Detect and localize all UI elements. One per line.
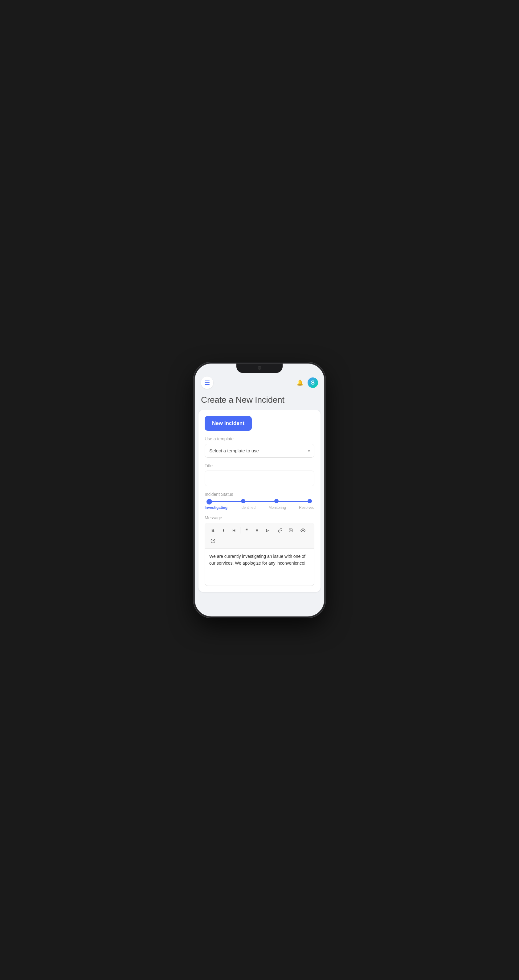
slider-dots	[207, 499, 312, 504]
status-labels: Investigating Identified Monitoring Reso…	[205, 506, 314, 510]
notch	[236, 364, 283, 373]
template-label: Use a template	[205, 436, 314, 441]
slider-dot-monitoring	[274, 499, 279, 503]
status-resolved: Resolved	[299, 506, 314, 510]
camera	[258, 366, 261, 370]
status-investigating: Investigating	[205, 506, 227, 510]
svg-point-2	[302, 530, 303, 531]
create-incident-card: New Incident Use a template Select a tem…	[198, 410, 321, 592]
menu-button[interactable]	[201, 377, 213, 389]
link-button[interactable]	[276, 526, 284, 535]
avatar[interactable]: S	[308, 377, 318, 388]
phone-frame: 🔔 S Create a New Incident New Incident U…	[195, 364, 324, 616]
incident-status-label: Incident Status	[205, 492, 314, 497]
page-title-area: Create a New Incident	[195, 393, 324, 410]
template-select-wrapper: Select a template to use ▾	[205, 444, 314, 458]
status-monitoring: Monitoring	[269, 506, 286, 510]
quote-button[interactable]: ❝	[242, 526, 251, 535]
image-button[interactable]	[286, 526, 295, 535]
message-editor: B I H ❝ ≡ 1≡	[205, 523, 314, 586]
help-button[interactable]	[209, 536, 217, 545]
svg-point-1	[290, 530, 290, 530]
status-identified: Identified	[240, 506, 256, 510]
status-slider[interactable]	[205, 501, 314, 502]
unordered-list-button[interactable]: ≡	[253, 526, 261, 535]
template-select[interactable]: Select a template to use	[205, 444, 314, 458]
title-input[interactable]	[205, 471, 314, 486]
content-area[interactable]: New Incident Use a template Select a tem…	[195, 410, 324, 616]
slider-track	[207, 501, 312, 502]
slider-dot-resolved	[308, 499, 312, 503]
bold-button[interactable]: B	[209, 526, 217, 535]
slider-dot-identified	[241, 499, 245, 503]
slider-dot-investigating	[206, 499, 212, 504]
toolbar-separator-2	[274, 527, 274, 533]
screen: 🔔 S Create a New Incident New Incident U…	[195, 364, 324, 616]
ordered-list-button[interactable]: 1≡	[263, 526, 272, 535]
italic-button[interactable]: I	[219, 526, 228, 535]
header-right: 🔔 S	[297, 377, 318, 388]
new-incident-button[interactable]: New Incident	[205, 416, 252, 431]
message-label: Message	[205, 515, 314, 520]
page-title: Create a New Incident	[201, 395, 318, 405]
heading-button[interactable]: H	[230, 526, 238, 535]
preview-button[interactable]	[298, 526, 307, 535]
bell-icon[interactable]: 🔔	[297, 379, 303, 386]
hamburger-icon	[205, 380, 210, 385]
toolbar-separator-1	[240, 527, 240, 533]
title-label: Title	[205, 463, 314, 468]
editor-toolbar: B I H ❝ ≡ 1≡	[205, 523, 314, 549]
message-content[interactable]: We are currently investigating an issue …	[205, 549, 314, 585]
